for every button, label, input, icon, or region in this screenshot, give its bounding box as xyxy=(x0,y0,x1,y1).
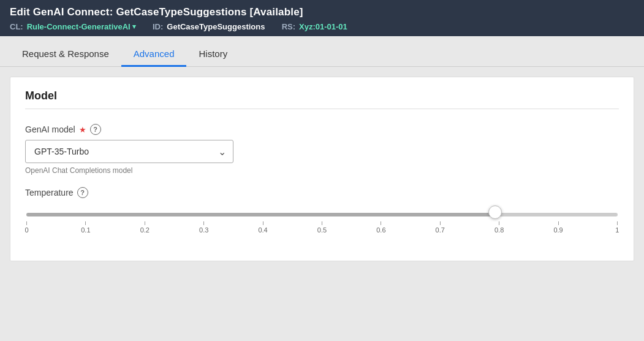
tab-advanced[interactable]: Advanced xyxy=(121,41,187,67)
genai-model-field: GenAI model★ ? GPT-35-Turbo GPT-4 GPT-4-… xyxy=(25,124,619,175)
tab-request-response[interactable]: Request & Response xyxy=(10,41,121,67)
genai-model-help-icon[interactable]: ? xyxy=(90,124,101,135)
genai-model-select-wrapper: GPT-35-Turbo GPT-4 GPT-4-Turbo text-davi… xyxy=(25,140,233,163)
tick-1: 1 xyxy=(617,221,618,234)
cl-dropdown-icon: ▾ xyxy=(132,23,136,31)
tick-0: 0 xyxy=(26,221,27,234)
tick-08: 0.8 xyxy=(499,221,499,234)
page-header: Edit GenAI Connect: GetCaseTypeSuggestio… xyxy=(0,0,644,36)
tick-06: 0.6 xyxy=(381,221,381,234)
tick-09: 0.9 xyxy=(558,221,559,234)
tick-03: 0.3 xyxy=(203,221,204,234)
tick-04: 0.4 xyxy=(263,221,263,234)
section-title: Model xyxy=(25,90,619,102)
tab-history[interactable]: History xyxy=(186,41,240,67)
temperature-field: Temperature ? 0 0.1 0.2 xyxy=(25,187,619,234)
rs-label: RS: xyxy=(282,22,295,31)
temperature-help-icon[interactable]: ? xyxy=(77,187,88,198)
genai-model-label: GenAI model★ ? xyxy=(25,124,619,135)
temperature-slider-container: 0 0.1 0.2 0.3 0.4 xyxy=(25,208,619,234)
temperature-slider[interactable] xyxy=(26,213,618,216)
cl-value[interactable]: Rule-Connect-GenerativeAI ▾ xyxy=(27,22,136,31)
slider-ticks: 0 0.1 0.2 0.3 0.4 xyxy=(26,221,618,234)
tick-01: 0.1 xyxy=(85,221,86,234)
tick-05: 0.5 xyxy=(322,221,322,234)
header-meta: CL: Rule-Connect-GenerativeAI ▾ ID: GetC… xyxy=(10,22,634,31)
required-star: ★ xyxy=(79,125,86,134)
page-title: Edit GenAI Connect: GetCaseTypeSuggestio… xyxy=(10,6,634,18)
genai-model-select[interactable]: GPT-35-Turbo GPT-4 GPT-4-Turbo text-davi… xyxy=(25,140,233,163)
section-divider xyxy=(25,109,619,109)
main-content: Model GenAI model★ ? GPT-35-Turbo GPT-4 … xyxy=(10,77,634,261)
temperature-label: Temperature ? xyxy=(25,187,619,198)
tick-02: 0.2 xyxy=(145,221,145,234)
id-value: GetCaseTypeSuggestions xyxy=(167,22,265,31)
genai-model-hint: OpenAI Chat Completions model xyxy=(25,166,619,175)
cl-label: CL: xyxy=(10,22,23,31)
rs-value: Xyz:01-01-01 xyxy=(299,22,347,31)
id-label: ID: xyxy=(153,22,163,31)
tick-07: 0.7 xyxy=(440,221,441,234)
tabs-bar: Request & Response Advanced History xyxy=(0,36,644,67)
